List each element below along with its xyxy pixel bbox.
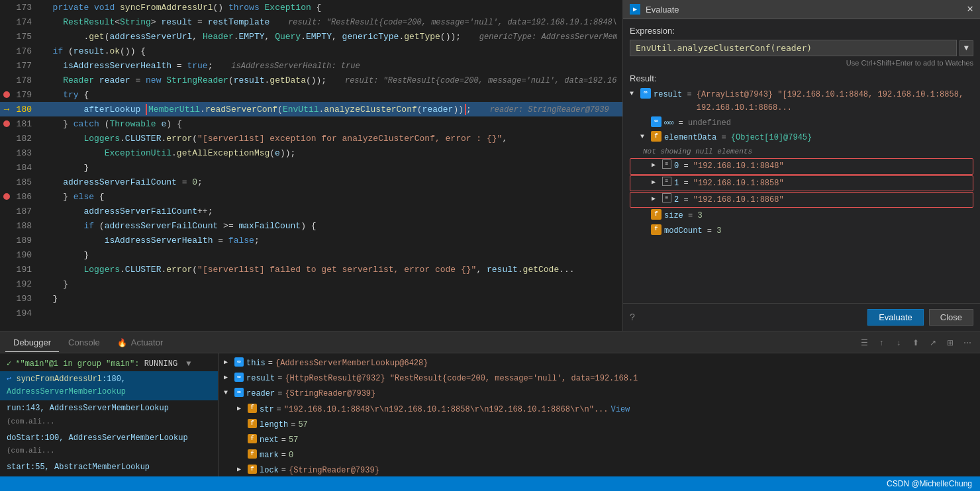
tree-arrow-2: ▶ <box>652 193 662 204</box>
code-editor: 173 private void syncFromAddressUrl() th… <box>0 0 622 331</box>
tree-icon-modcount: f <box>651 224 662 235</box>
tree-item-oo: ∞ ∞∞ = undefined <box>630 116 973 130</box>
toolbar-down-btn[interactable]: ↓ <box>891 335 906 350</box>
tree-item-2[interactable]: ▶ ≡ 2 = "192.168.10.1:8868" <box>630 192 973 208</box>
code-line-192: 192 } <box>0 277 622 291</box>
breakpoint-181 <box>0 120 13 127</box>
evaluate-close-button[interactable]: ✕ <box>967 4 973 15</box>
code-line-183: 183 ExceptionUtil.getAllExceptionMsg(e))… <box>0 146 622 160</box>
code-line-173: 173 private void syncFromAddressUrl() th… <box>0 0 622 15</box>
tree-icon-1: ≡ <box>662 177 671 186</box>
evaluate-icon: ▶ <box>630 4 640 15</box>
toolbar-table-btn[interactable]: ⊞ <box>943 335 957 350</box>
code-line-176: 176 if (result.ok()) { <box>0 44 622 58</box>
evaluate-header: ▶ Evaluate ✕ <box>623 0 980 19</box>
tree-icon-size: f <box>651 209 662 220</box>
code-line-186: 186 } else { <box>0 189 622 204</box>
evaluate-buttons: Evaluate Close <box>867 309 973 326</box>
help-icon[interactable]: ? <box>630 312 635 323</box>
tab-debugger-label: Debugger <box>13 337 51 347</box>
code-line-189: 189 isAddressServerHealth = false; <box>0 233 622 247</box>
expression-input-row: ▼ <box>630 40 973 56</box>
code-line-188: 188 if (addressServerFailCount >= maxFai… <box>0 218 622 233</box>
tree-icon-0: ≡ <box>662 159 671 169</box>
stack-item-1[interactable]: run:143, AddressServerMemberLookup (com.… <box>0 400 218 429</box>
thread-item[interactable]: ✓ *"main"@1 in group "main": RUNNING ▼ <box>0 356 218 371</box>
tree-item-result[interactable]: ▼ ∞ result = {ArrayList@7943} "[192.168.… <box>630 87 973 116</box>
csdn-label: CSDN @MichelleChung <box>887 479 972 488</box>
debugger-variables-panel: ▶ ∞ this = {AddressServerMemberLookup@64… <box>219 353 980 476</box>
tree-icon-elementdata: f <box>651 131 662 142</box>
thread-running-icon: ✓ <box>7 359 11 369</box>
tree-icon-result: ∞ <box>640 88 651 99</box>
stack-item-2[interactable]: doStart:100, AddressServerMemberLookup (… <box>0 430 218 459</box>
var-reader[interactable]: ▼ ∞ reader = {StringReader@7939} <box>224 386 975 402</box>
bottom-tabs: Debugger Console 🔥 Actuator ☰ ↑ ↓ ⬆ ↗ ⊞ … <box>0 332 980 353</box>
tree-icon-oo: ∞ <box>651 116 662 127</box>
tree-info-null: Not showing null elements <box>643 146 973 158</box>
toolbar-settings-btn[interactable]: ⋯ <box>960 335 975 350</box>
evaluate-title: Evaluate <box>646 5 679 15</box>
var-next: ▶ f next = 57 <box>224 433 975 448</box>
debugger-stack-panel: ✓ *"main"@1 in group "main": RUNNING ▼ ↩… <box>0 353 219 476</box>
thread-label: *"main"@1 in group "main": RUNNING ▼ <box>15 359 191 369</box>
var-lock[interactable]: ▶ f lock = {StringReader@7939} <box>224 463 975 476</box>
code-line-180: → 180 afterLookup MemberUtil.readServerC… <box>0 102 622 116</box>
tree-icon-2: ≡ <box>662 193 671 202</box>
toolbar-step-out-btn[interactable]: ⬆ <box>908 335 923 350</box>
tree-arrow-elementdata: ▼ <box>640 131 651 142</box>
code-line-191: 191 Loggers.CLUSTER.error("[serverlist] … <box>0 262 622 277</box>
var-length: ▶ f length = 57 <box>224 418 975 433</box>
code-line-190: 190 } <box>0 247 622 262</box>
tab-console[interactable]: Console <box>60 334 108 351</box>
code-line-182: 182 Loggers.CLUSTER.error("[serverlist] … <box>0 131 622 146</box>
tree-arrow-result: ▼ <box>630 88 640 99</box>
evaluate-panel: ▶ Evaluate ✕ Expression: ▼ Use Ctrl+Shif… <box>622 0 980 331</box>
tree-item-0[interactable]: ▶ ≡ 0 = "192.168.10.1:8848" <box>630 158 973 174</box>
toolbar-up-btn[interactable]: ↑ <box>874 335 889 350</box>
tree-arrow-1: ▶ <box>652 177 662 188</box>
tree-item-elementdata[interactable]: ▼ f elementData = {Object[10]@7945} <box>630 130 973 145</box>
tab-debugger[interactable]: Debugger <box>5 334 59 352</box>
code-line-193: 193 } <box>0 291 622 306</box>
tab-actuator-label: Actuator <box>131 337 163 347</box>
tab-actuator[interactable]: 🔥 Actuator <box>109 334 171 351</box>
tab-console-label: Console <box>68 337 100 347</box>
evaluate-hint: Use Ctrl+Shift+Enter to add to Watches <box>630 59 973 67</box>
code-line-179: 179 try { <box>0 87 622 102</box>
code-line-194: 194 <box>0 306 622 320</box>
stack-item-3[interactable]: start:55, AbstractMemberLookup (com.alib… <box>0 459 218 476</box>
breakpoint-186 <box>0 193 13 200</box>
evaluate-button[interactable]: Evaluate <box>867 309 924 326</box>
bottom-content: ✓ *"main"@1 in group "main": RUNNING ▼ ↩… <box>0 353 980 476</box>
code-line-178: 178 Reader reader = new StringReader(res… <box>0 73 622 87</box>
bottom-panel: Debugger Console 🔥 Actuator ☰ ↑ ↓ ⬆ ↗ ⊞ … <box>0 331 980 476</box>
evaluate-footer: ? Evaluate Close <box>623 303 980 331</box>
result-tree: ▼ ∞ result = {ArrayList@7943} "[192.168.… <box>630 87 973 238</box>
expression-input[interactable] <box>630 40 957 56</box>
tab-toolbar: ☰ ↑ ↓ ⬆ ↗ ⊞ ⋯ <box>857 335 975 350</box>
var-str: ▶ f str = "192.168.10.1:8848\r\n192.168.… <box>224 402 975 418</box>
code-line-184: 184 } <box>0 160 622 175</box>
code-line-174: 174 RestResult<String> result = restTemp… <box>0 15 622 29</box>
code-line-187: 187 addressServerFailCount++; <box>0 204 622 218</box>
var-this[interactable]: ▶ ∞ this = {AddressServerMemberLookup@64… <box>224 356 975 371</box>
evaluate-body: Expression: ▼ Use Ctrl+Shift+Enter to ad… <box>623 19 980 303</box>
tree-item-1[interactable]: ▶ ≡ 1 = "192.168.10.1:8858" <box>630 175 973 191</box>
tree-arrow-0: ▶ <box>652 159 662 171</box>
toolbar-list-btn[interactable]: ☰ <box>857 335 871 350</box>
var-mark: ▶ f mark = 0 <box>224 448 975 463</box>
stack-item-0[interactable]: ↩ syncFromAddressUrl:180, AddressServerM… <box>0 371 218 400</box>
var-result[interactable]: ▶ ∞ result = {HttpRestResult@7932} "Rest… <box>224 371 975 386</box>
evaluate-title-area: ▶ Evaluate <box>630 4 679 15</box>
var-str-view[interactable]: View <box>611 404 630 416</box>
close-button[interactable]: Close <box>929 309 973 326</box>
status-bar: CSDN @MichelleChung <box>0 476 980 491</box>
tree-item-size: f size = 3 <box>630 208 973 223</box>
breakpoint-180: → <box>0 104 13 114</box>
code-line-181: 181 } catch (Throwable e) { <box>0 116 622 131</box>
code-line-175: 175 .get(addressServerUrl, Header.EMPTY,… <box>0 29 622 44</box>
toolbar-resume-btn[interactable]: ↗ <box>926 335 940 350</box>
code-line-185: 185 addressServerFailCount = 0; <box>0 175 622 189</box>
expression-dropdown[interactable]: ▼ <box>959 40 973 56</box>
